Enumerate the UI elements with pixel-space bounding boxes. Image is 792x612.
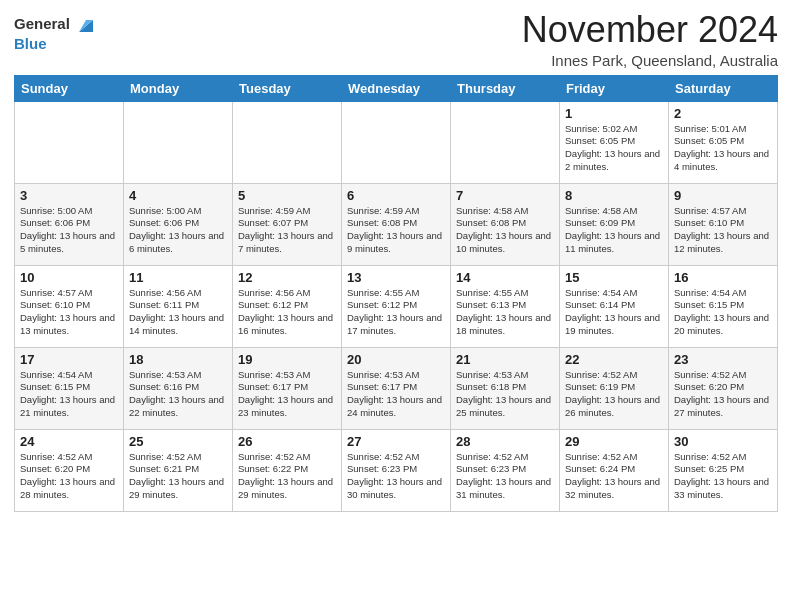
day-number: 24	[20, 434, 118, 449]
day-number: 16	[674, 270, 772, 285]
cell-info: Sunrise: 4:55 AM Sunset: 6:12 PM Dayligh…	[347, 287, 445, 338]
col-thursday: Thursday	[451, 75, 560, 101]
cell-info: Sunrise: 4:52 AM Sunset: 6:23 PM Dayligh…	[347, 451, 445, 502]
calendar-cell: 22Sunrise: 4:52 AM Sunset: 6:19 PM Dayli…	[560, 347, 669, 429]
calendar-cell: 23Sunrise: 4:52 AM Sunset: 6:20 PM Dayli…	[669, 347, 778, 429]
cell-info: Sunrise: 4:59 AM Sunset: 6:07 PM Dayligh…	[238, 205, 336, 256]
calendar-cell	[233, 101, 342, 183]
cell-info: Sunrise: 4:52 AM Sunset: 6:20 PM Dayligh…	[674, 369, 772, 420]
cell-info: Sunrise: 4:52 AM Sunset: 6:21 PM Dayligh…	[129, 451, 227, 502]
day-number: 17	[20, 352, 118, 367]
logo-general: General	[14, 15, 70, 32]
cell-info: Sunrise: 4:52 AM Sunset: 6:25 PM Dayligh…	[674, 451, 772, 502]
day-number: 6	[347, 188, 445, 203]
calendar-cell: 9Sunrise: 4:57 AM Sunset: 6:10 PM Daylig…	[669, 183, 778, 265]
day-number: 13	[347, 270, 445, 285]
logo-blue-text: Blue	[14, 36, 97, 53]
calendar-cell: 16Sunrise: 4:54 AM Sunset: 6:15 PM Dayli…	[669, 265, 778, 347]
day-number: 15	[565, 270, 663, 285]
cell-info: Sunrise: 4:52 AM Sunset: 6:23 PM Dayligh…	[456, 451, 554, 502]
cell-info: Sunrise: 4:52 AM Sunset: 6:24 PM Dayligh…	[565, 451, 663, 502]
cell-info: Sunrise: 4:52 AM Sunset: 6:20 PM Dayligh…	[20, 451, 118, 502]
calendar-cell: 1Sunrise: 5:02 AM Sunset: 6:05 PM Daylig…	[560, 101, 669, 183]
day-number: 30	[674, 434, 772, 449]
day-number: 7	[456, 188, 554, 203]
day-number: 28	[456, 434, 554, 449]
week-row-5: 24Sunrise: 4:52 AM Sunset: 6:20 PM Dayli…	[15, 429, 778, 511]
cell-info: Sunrise: 4:53 AM Sunset: 6:16 PM Dayligh…	[129, 369, 227, 420]
cell-info: Sunrise: 4:52 AM Sunset: 6:22 PM Dayligh…	[238, 451, 336, 502]
calendar-cell: 14Sunrise: 4:55 AM Sunset: 6:13 PM Dayli…	[451, 265, 560, 347]
logo: General Blue	[14, 14, 97, 53]
day-number: 26	[238, 434, 336, 449]
calendar-cell: 28Sunrise: 4:52 AM Sunset: 6:23 PM Dayli…	[451, 429, 560, 511]
calendar-cell: 25Sunrise: 4:52 AM Sunset: 6:21 PM Dayli…	[124, 429, 233, 511]
calendar-cell: 3Sunrise: 5:00 AM Sunset: 6:06 PM Daylig…	[15, 183, 124, 265]
col-friday: Friday	[560, 75, 669, 101]
calendar-cell	[124, 101, 233, 183]
week-row-3: 10Sunrise: 4:57 AM Sunset: 6:10 PM Dayli…	[15, 265, 778, 347]
col-tuesday: Tuesday	[233, 75, 342, 101]
day-number: 2	[674, 106, 772, 121]
day-number: 20	[347, 352, 445, 367]
cell-info: Sunrise: 5:01 AM Sunset: 6:05 PM Dayligh…	[674, 123, 772, 174]
day-number: 10	[20, 270, 118, 285]
cell-info: Sunrise: 4:52 AM Sunset: 6:19 PM Dayligh…	[565, 369, 663, 420]
col-saturday: Saturday	[669, 75, 778, 101]
col-monday: Monday	[124, 75, 233, 101]
calendar-cell: 4Sunrise: 5:00 AM Sunset: 6:06 PM Daylig…	[124, 183, 233, 265]
calendar-cell: 15Sunrise: 4:54 AM Sunset: 6:14 PM Dayli…	[560, 265, 669, 347]
calendar-cell: 26Sunrise: 4:52 AM Sunset: 6:22 PM Dayli…	[233, 429, 342, 511]
calendar-cell: 17Sunrise: 4:54 AM Sunset: 6:15 PM Dayli…	[15, 347, 124, 429]
cell-info: Sunrise: 5:00 AM Sunset: 6:06 PM Dayligh…	[20, 205, 118, 256]
calendar-table: Sunday Monday Tuesday Wednesday Thursday…	[14, 75, 778, 512]
col-wednesday: Wednesday	[342, 75, 451, 101]
calendar-cell: 19Sunrise: 4:53 AM Sunset: 6:17 PM Dayli…	[233, 347, 342, 429]
calendar-cell	[342, 101, 451, 183]
day-number: 14	[456, 270, 554, 285]
header-row: Sunday Monday Tuesday Wednesday Thursday…	[15, 75, 778, 101]
week-row-4: 17Sunrise: 4:54 AM Sunset: 6:15 PM Dayli…	[15, 347, 778, 429]
day-number: 25	[129, 434, 227, 449]
cell-info: Sunrise: 4:56 AM Sunset: 6:12 PM Dayligh…	[238, 287, 336, 338]
calendar-cell: 20Sunrise: 4:53 AM Sunset: 6:17 PM Dayli…	[342, 347, 451, 429]
calendar-cell: 30Sunrise: 4:52 AM Sunset: 6:25 PM Dayli…	[669, 429, 778, 511]
month-title: November 2024	[522, 10, 778, 50]
calendar-cell: 6Sunrise: 4:59 AM Sunset: 6:08 PM Daylig…	[342, 183, 451, 265]
col-sunday: Sunday	[15, 75, 124, 101]
calendar-cell: 27Sunrise: 4:52 AM Sunset: 6:23 PM Dayli…	[342, 429, 451, 511]
logo-icon	[75, 14, 97, 36]
day-number: 23	[674, 352, 772, 367]
cell-info: Sunrise: 5:02 AM Sunset: 6:05 PM Dayligh…	[565, 123, 663, 174]
calendar-cell: 5Sunrise: 4:59 AM Sunset: 6:07 PM Daylig…	[233, 183, 342, 265]
day-number: 1	[565, 106, 663, 121]
cell-info: Sunrise: 4:54 AM Sunset: 6:15 PM Dayligh…	[674, 287, 772, 338]
title-block: November 2024 Innes Park, Queensland, Au…	[522, 10, 778, 69]
cell-info: Sunrise: 4:53 AM Sunset: 6:17 PM Dayligh…	[238, 369, 336, 420]
calendar-cell	[15, 101, 124, 183]
location: Innes Park, Queensland, Australia	[522, 52, 778, 69]
cell-info: Sunrise: 4:53 AM Sunset: 6:18 PM Dayligh…	[456, 369, 554, 420]
header: General Blue November 2024 Innes Park, Q…	[14, 10, 778, 69]
day-number: 19	[238, 352, 336, 367]
cell-info: Sunrise: 4:56 AM Sunset: 6:11 PM Dayligh…	[129, 287, 227, 338]
cell-info: Sunrise: 4:59 AM Sunset: 6:08 PM Dayligh…	[347, 205, 445, 256]
week-row-1: 1Sunrise: 5:02 AM Sunset: 6:05 PM Daylig…	[15, 101, 778, 183]
day-number: 22	[565, 352, 663, 367]
day-number: 29	[565, 434, 663, 449]
day-number: 12	[238, 270, 336, 285]
calendar-cell: 24Sunrise: 4:52 AM Sunset: 6:20 PM Dayli…	[15, 429, 124, 511]
day-number: 9	[674, 188, 772, 203]
calendar-cell: 13Sunrise: 4:55 AM Sunset: 6:12 PM Dayli…	[342, 265, 451, 347]
calendar-cell: 7Sunrise: 4:58 AM Sunset: 6:08 PM Daylig…	[451, 183, 560, 265]
logo-text: General	[14, 14, 97, 36]
page: General Blue November 2024 Innes Park, Q…	[0, 0, 792, 612]
day-number: 27	[347, 434, 445, 449]
calendar-cell: 29Sunrise: 4:52 AM Sunset: 6:24 PM Dayli…	[560, 429, 669, 511]
cell-info: Sunrise: 4:54 AM Sunset: 6:15 PM Dayligh…	[20, 369, 118, 420]
day-number: 21	[456, 352, 554, 367]
cell-info: Sunrise: 4:57 AM Sunset: 6:10 PM Dayligh…	[674, 205, 772, 256]
calendar-cell: 11Sunrise: 4:56 AM Sunset: 6:11 PM Dayli…	[124, 265, 233, 347]
calendar-cell	[451, 101, 560, 183]
day-number: 3	[20, 188, 118, 203]
